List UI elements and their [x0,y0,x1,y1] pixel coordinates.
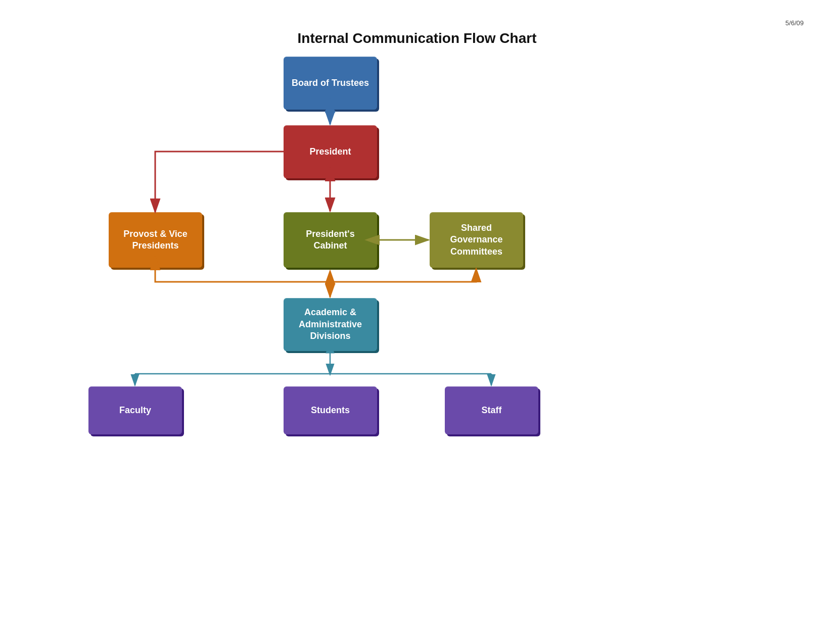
presidents-cabinet-box: President's Cabinet [284,212,377,268]
president-provost-arrow [155,152,284,212]
orange-horizontal-line [155,269,476,282]
academic-admin-box: Academic & Administrative Divisions [284,298,377,351]
page-title: Internal Communication Flow Chart [298,30,537,46]
date-label: 5/6/09 [785,19,804,27]
president-box: President [284,125,377,178]
provost-vp-box: Provost & Vice Presidents [109,212,202,268]
students-box: Students [284,386,377,434]
arrows-overlay [0,0,834,644]
shared-governance-box: Shared Governance Committees [430,212,523,268]
board-of-trustees-box: Board of Trustees [284,57,377,110]
faculty-box: Faculty [88,386,182,434]
staff-box: Staff [445,386,538,434]
